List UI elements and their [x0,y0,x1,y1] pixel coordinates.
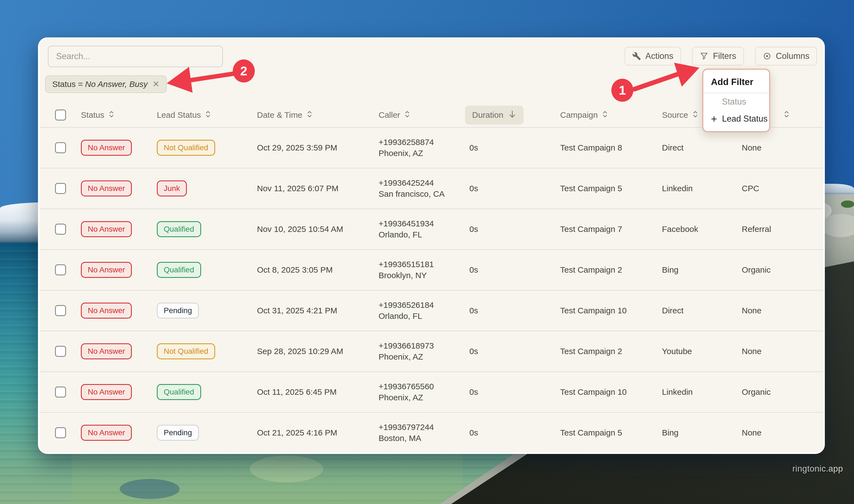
column-header-status[interactable]: Status [81,109,115,121]
sort-icon[interactable] [108,109,115,121]
table-row[interactable]: No AnswerNot QualifiedSep 28, 2025 10:29… [40,331,823,372]
column-header-campaign[interactable]: Campaign [560,109,608,121]
status-badge: No Answer [81,343,132,359]
lead-status-badge: Qualified [157,262,201,278]
cell-caller: +19936425244San francisco, CA [379,177,469,199]
sort-icon[interactable] [404,109,411,121]
cell-source: Bing [662,265,742,274]
column-header-source[interactable]: Source [662,109,698,121]
cell-campaign: Test Campaign 5 [560,184,662,193]
table-row[interactable]: No AnswerJunkNov 11, 2025 6:07 PM+199364… [40,168,823,209]
status-badge: No Answer [81,262,132,278]
cell-duration: 0s [469,184,560,193]
select-all-checkbox[interactable] [55,109,66,121]
caller-phone: +19936515181 [379,259,434,270]
row-checkbox[interactable] [55,142,66,153]
cell-campaign: Test Campaign 2 [560,265,662,274]
add-filter-dropdown: Add Filter Status + Lead Status [703,69,770,132]
calls-table: Status Lead Status Date & Time Caller Du… [40,103,823,453]
row-checkbox[interactable] [55,346,66,357]
status-badge: No Answer [81,180,132,196]
column-header-caller[interactable]: Caller [379,109,411,121]
cell-medium: Organic [742,265,823,274]
cell-duration: 0s [469,306,560,315]
lead-status-badge: Qualified [157,384,201,400]
status-badge: No Answer [81,221,132,237]
row-checkbox[interactable] [55,183,66,194]
table-row[interactable]: No AnswerPendingOct 21, 2025 4:16 PM+199… [40,412,823,453]
cell-datetime: Oct 21, 2025 4:16 PM [257,428,379,437]
cell-source: Direct [662,143,742,152]
column-header-datetime[interactable]: Date & Time [257,109,313,121]
sort-icon[interactable] [783,109,790,121]
active-filter-chip[interactable]: Status = No Answer, Busy ✕ [45,75,167,93]
cell-campaign: Test Campaign 10 [560,388,662,397]
cell-caller: +19936515181Brooklyn, NY [379,259,469,281]
close-icon[interactable]: ✕ [153,80,160,88]
toolbar: Actions Filters Columns [624,47,817,66]
cell-source: Bing [662,428,742,437]
cell-datetime: Sep 28, 2025 10:29 AM [257,347,379,356]
search-input[interactable] [48,46,223,67]
cell-caller: +19936618973Phoenix, AZ [379,340,469,362]
cell-duration: 0s [469,143,560,152]
row-checkbox[interactable] [55,264,66,275]
cell-datetime: Nov 11, 2025 6:07 PM [257,184,379,193]
table-row[interactable]: No AnswerQualifiedOct 11, 2025 6:45 PM+1… [40,372,823,412]
table-row[interactable]: No AnswerPendingOct 31, 2025 4:21 PM+199… [40,290,823,331]
cell-campaign: Test Campaign 10 [560,306,662,315]
cell-datetime: Oct 8, 2025 3:05 PM [257,265,379,274]
actions-button-label: Actions [646,51,673,61]
table-row[interactable]: No AnswerQualifiedNov 10, 2025 10:54 AM+… [40,209,823,249]
table-row[interactable]: No AnswerQualifiedOct 8, 2025 3:05 PM+19… [40,249,823,290]
cell-campaign: Test Campaign 2 [560,347,662,356]
lead-status-badge: Qualified [157,221,201,237]
row-checkbox[interactable] [55,386,66,398]
columns-button[interactable]: Columns [755,47,817,66]
cell-source: Facebook [662,224,742,234]
actions-button[interactable]: Actions [624,47,681,66]
cell-source: Youtube [662,347,742,356]
cell-caller: +19936526184Orlando, FL [379,300,469,322]
caller-phone: +19936258874 [379,137,434,148]
sort-icon[interactable] [692,109,698,121]
sort-icon[interactable] [205,109,211,121]
cell-duration: 0s [469,265,560,274]
lead-status-badge: Not Qualified [157,140,215,156]
status-badge: No Answer [81,303,132,319]
lead-status-badge: Pending [157,425,199,441]
filters-button-label: Filters [713,51,736,61]
cell-medium: CPC [742,184,823,193]
table-row[interactable]: No AnswerNot QualifiedOct 29, 2025 3:59 … [40,127,823,168]
lead-status-badge: Junk [157,180,187,196]
cell-datetime: Nov 10, 2025 10:54 AM [257,224,379,234]
cell-medium: None [742,306,823,315]
row-checkbox[interactable] [55,427,66,438]
cell-medium: None [742,347,823,356]
cell-datetime: Oct 31, 2025 4:21 PM [257,306,379,315]
caller-location: Brooklyn, NY [379,270,434,281]
caller-phone: +19936425244 [379,177,444,188]
column-header-hidden[interactable] [779,109,790,121]
lead-status-badge: Not Qualified [157,343,215,359]
cell-medium: None [742,428,823,437]
cell-datetime: Oct 29, 2025 3:59 PM [257,143,379,152]
caller-phone: +19936765560 [379,381,434,392]
cell-duration: 0s [469,224,560,234]
cell-duration: 0s [469,347,560,356]
wrench-icon [632,52,641,60]
filter-chip-text: Status = No Answer, Busy [52,79,148,89]
menu-item-lead-status[interactable]: + Lead Status [703,110,769,127]
sort-icon[interactable] [602,109,608,121]
column-header-duration-sorted[interactable]: Duration [465,106,524,125]
row-checkbox[interactable] [55,224,66,235]
status-badge: No Answer [81,140,132,156]
row-checkbox[interactable] [55,305,66,316]
cell-caller: +19936451934Orlando, FL [379,218,469,240]
columns-icon [763,52,771,60]
column-header-lead-status[interactable]: Lead Status [157,109,211,121]
caller-phone: +19936797244 [379,422,434,433]
caller-phone: +19936618973 [379,340,434,351]
sort-icon[interactable] [306,109,313,121]
filters-button[interactable]: Filters [692,47,744,66]
